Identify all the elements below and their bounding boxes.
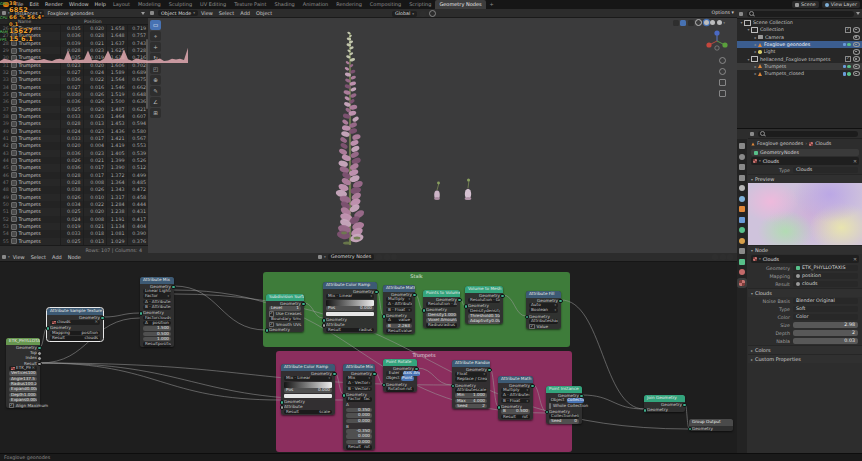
node-attribute-math[interactable]: Attribute MathGeometryMultiply▾A · Attri…: [383, 285, 415, 334]
node-value-value[interactable]: 0.000: [346, 434, 372, 439]
node-dropdown[interactable]: B · Float▾: [386, 308, 412, 313]
row-checkbox[interactable]: [10, 106, 19, 112]
tab-output-icon[interactable]: [739, 164, 745, 170]
node-points-to-volume[interactable]: Points to VolumeGeometryResolution · Amo…: [423, 290, 460, 328]
node-value-level[interactable]: Level1: [269, 306, 301, 311]
workspace-tab-sculpting[interactable]: Sculpting: [165, 0, 196, 9]
node-field-radius[interactable]: Radiusradius: [426, 323, 457, 328]
input-socket-geometry[interactable]: Geometry: [689, 426, 733, 431]
row-checkbox[interactable]: [10, 62, 19, 68]
row-checkbox[interactable]: [10, 92, 19, 98]
input-socket-geometry[interactable]: Geometry: [266, 327, 304, 332]
node-value-seed[interactable]: Seed2: [455, 404, 487, 409]
toggle-option-object[interactable]: Object: [386, 376, 400, 381]
node-frame-stalk[interactable]: Stalk: [263, 272, 570, 347]
node-dropdown[interactable]: Replace / Create▾: [455, 377, 487, 382]
shading-solid-icon[interactable]: [704, 20, 709, 25]
node-field-density[interactable]: Densitydensity: [468, 309, 500, 314]
row-checkbox[interactable]: [10, 187, 19, 193]
node-toggle[interactable]: ObjectPoint: [386, 376, 414, 381]
tab-constraints-icon[interactable]: [739, 248, 745, 254]
workspace-tab-texture-paint[interactable]: Texture Paint: [230, 0, 270, 9]
outliner-item-scene-collection[interactable]: ▾Scene Collection: [737, 19, 862, 26]
section-preview[interactable]: ▾Preview: [748, 174, 862, 183]
node-dropdown[interactable]: B · Attribute▾: [143, 305, 171, 310]
toggle-option-euler[interactable]: Euler: [386, 371, 402, 376]
node-dropdown[interactable]: B · Float▾: [501, 399, 530, 404]
viewport-menu-add[interactable]: Add: [237, 10, 253, 16]
node-etk-phyllotaxis[interactable]: ETK_PHYLLOTAXISGeometryTopIndexResultETK…: [6, 338, 40, 408]
workspace-tab-compositing[interactable]: Compositing: [366, 0, 405, 9]
node-value-value[interactable]: 1.500: [143, 326, 171, 331]
workspace-tab-uv-editing[interactable]: UV Editing: [196, 0, 230, 9]
tab-particles-icon[interactable]: [739, 227, 745, 233]
node-attribute-color-ramp[interactable]: Attribute Color RampGeometryMix · Linear…: [323, 282, 377, 333]
node-field-attribute[interactable]: Attributeshade_smooth: [529, 319, 558, 324]
tab-tool-icon[interactable]: [739, 143, 745, 149]
row-checkbox[interactable]: [10, 202, 19, 208]
breadcrumb-object[interactable]: Foxglove geonodes: [757, 141, 803, 146]
node-value-max[interactable]: Max4.000: [455, 399, 487, 404]
arrange-icon[interactable]: [727, 254, 733, 260]
node-dropdown[interactable]: B · Vector▾: [346, 387, 372, 392]
node-field-factor[interactable]: Factorclouds: [143, 316, 171, 321]
node-value-value[interactable]: -0.350: [346, 429, 372, 434]
color-swatch-bar[interactable]: [284, 394, 332, 399]
viewport-editor-icon[interactable]: [150, 11, 154, 15]
menu-help[interactable]: Help: [92, 0, 109, 9]
node-value-voxel-amount[interactable]: Voxel Amount500.000: [426, 318, 457, 323]
node-canvas[interactable]: StalkTrumpetsETK_PHYLLOTAXISGeometryTopI…: [0, 261, 737, 453]
outliner-search-input[interactable]: [747, 11, 854, 17]
row-checkbox[interactable]: [10, 48, 19, 54]
transform-orientation-selector[interactable]: Global▾: [392, 11, 417, 17]
toggle-option-collection[interactable]: Collection: [567, 398, 584, 403]
node-dropdown[interactable]: Multiply▾: [501, 388, 530, 393]
row-checkbox[interactable]: [10, 238, 19, 244]
node-value-pos[interactable]: Pos0.000: [284, 388, 332, 393]
viewport-menu-object[interactable]: Object: [253, 10, 275, 16]
row-checkbox[interactable]: [10, 40, 19, 46]
node-dropdown[interactable]: A · Vector▾: [346, 381, 372, 386]
node-dropdown[interactable]: Resolution · Grid▾: [468, 298, 500, 303]
node-field-result[interactable]: Resultradius: [326, 328, 374, 333]
node-value-pos[interactable]: Pos0.000: [326, 306, 374, 311]
geometry-value[interactable]: ETK_PHYLLOTAXIS: [793, 265, 858, 272]
node-dropdown[interactable]: A · Attribute▾: [386, 302, 412, 307]
noise-basis-dropdown[interactable]: Blender Original: [793, 298, 858, 305]
visibility-eye-icon[interactable]: [853, 64, 860, 69]
column-header-position[interactable]: Position: [84, 19, 102, 24]
toggle-option-axis-angle[interactable]: Axis Angle: [403, 371, 419, 376]
gizmo-dropdown-icon[interactable]: [673, 20, 679, 26]
node-dropdown[interactable]: Boundary Smooth▾: [269, 317, 301, 322]
node-toggle[interactable]: EulerAxis Angle: [386, 371, 420, 376]
workspace-tab-shading[interactable]: Shading: [270, 0, 298, 9]
section-colors[interactable]: ▸Colors: [748, 345, 862, 354]
node-menu-add[interactable]: Add: [49, 254, 65, 260]
visibility-eye-icon[interactable]: [853, 35, 860, 40]
tab-world-icon[interactable]: [739, 196, 745, 202]
node-field-factor[interactable]: Factorfac: [346, 397, 372, 402]
outliner-item-trumpets-closed[interactable]: ▸Trumpets_closed: [737, 70, 862, 77]
row-checkbox[interactable]: [10, 84, 19, 90]
pan-hand-icon[interactable]: [719, 68, 726, 75]
result-value[interactable]: clouds: [793, 281, 858, 288]
row-checkbox[interactable]: [10, 150, 19, 156]
node-field-result[interactable]: Resultrot: [501, 415, 530, 420]
visibility-eye-icon[interactable]: [853, 71, 860, 76]
node-field-mapping[interactable]: Mappingposition: [50, 331, 100, 336]
outliner-item-trumpets[interactable]: ▸Trumpets: [737, 63, 862, 70]
workspace-tab-animation[interactable]: Animation: [299, 0, 333, 9]
node-subdivision-surface[interactable]: Subdivision SurfaceGeometryLevel1✓Use Cr…: [266, 294, 304, 332]
node-volume-to-mesh[interactable]: Volume to MeshGeometryResolution · Grid▾…: [465, 286, 503, 324]
row-checkbox[interactable]: [10, 216, 19, 222]
column-header-name[interactable]: Name: [18, 19, 31, 24]
properties-editor-icon[interactable]: [750, 132, 754, 136]
node-field-rotation[interactable]: Rotationrot: [386, 387, 414, 392]
node-value-expand[interactable]: Expand0.000: [9, 387, 37, 392]
node-attribute-mix[interactable]: Attribute MixGeometryLinear Light▾Factor…: [140, 277, 174, 347]
unlink-nodetree-icon[interactable]: [384, 254, 390, 260]
unlink-x-icon[interactable]: ✕: [853, 257, 857, 262]
workspace-tab-rendering[interactable]: Rendering: [332, 0, 366, 9]
row-checkbox[interactable]: [10, 33, 19, 39]
tab-view-layer-icon[interactable]: [739, 175, 745, 181]
